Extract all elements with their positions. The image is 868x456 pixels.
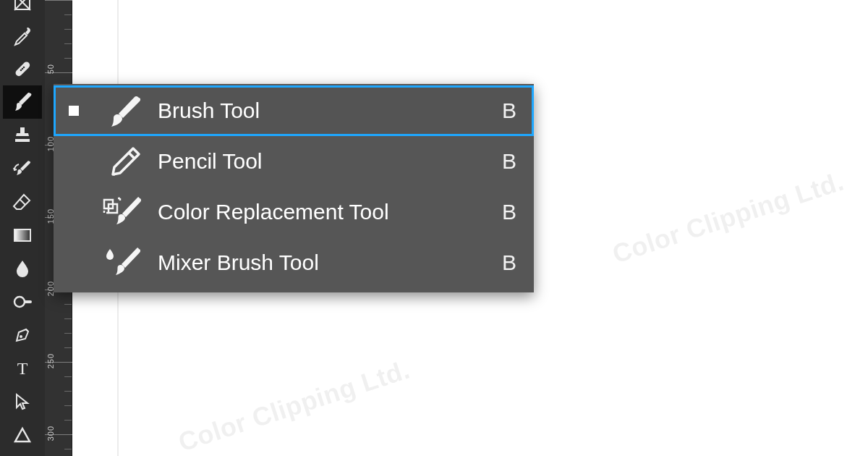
tools-panel: T xyxy=(0,0,45,456)
type-icon: T xyxy=(12,358,33,379)
svg-point-6 xyxy=(22,68,24,70)
color-replacement-icon xyxy=(94,192,155,232)
pencil-icon xyxy=(94,141,155,182)
flyout-item-color-replacement[interactable]: Color Replacement Tool B xyxy=(54,187,534,237)
bandage-icon xyxy=(12,58,33,80)
svg-point-4 xyxy=(20,69,22,72)
stamp-icon xyxy=(12,124,33,146)
gradient-tool[interactable] xyxy=(3,219,42,252)
arrow-cursor-icon xyxy=(13,392,32,411)
brush-tool-flyout: Brush Tool B Pencil Tool B xyxy=(54,84,534,292)
ruler-label: 250 xyxy=(47,353,55,368)
ruler-label: 50 xyxy=(47,64,55,74)
svg-rect-8 xyxy=(14,229,30,241)
flyout-item-label: Mixer Brush Tool xyxy=(155,250,488,275)
history-brush-icon xyxy=(12,158,33,180)
blur-tool[interactable] xyxy=(3,252,42,285)
flyout-item-label: Color Replacement Tool xyxy=(155,200,488,224)
eyedropper-tool[interactable] xyxy=(3,19,42,52)
triangle-icon xyxy=(12,425,33,445)
clone-stamp-tool[interactable] xyxy=(3,119,42,152)
brush-icon xyxy=(94,90,155,131)
pen-tool[interactable] xyxy=(3,318,42,352)
pen-icon xyxy=(12,325,33,345)
svg-point-11 xyxy=(20,335,22,338)
svg-rect-7 xyxy=(15,139,30,142)
flyout-item-brush[interactable]: Brush Tool B xyxy=(54,85,534,136)
mixer-brush-icon xyxy=(94,242,155,283)
artboard-tool[interactable] xyxy=(3,0,42,19)
flyout-item-label: Pencil Tool xyxy=(155,149,488,174)
ruler-label: 300 xyxy=(47,426,55,441)
active-tool-marker xyxy=(54,106,94,116)
flyout-item-pencil[interactable]: Pencil Tool B xyxy=(54,136,534,187)
brush-icon xyxy=(11,90,34,114)
brush-tool[interactable] xyxy=(3,85,42,119)
heal-tool[interactable] xyxy=(3,52,42,85)
artboard-icon xyxy=(12,0,33,13)
dodge-tool[interactable] xyxy=(3,285,42,318)
eyedropper-icon xyxy=(12,25,33,46)
drop-icon xyxy=(12,258,33,279)
eraser-icon xyxy=(12,191,33,213)
svg-point-5 xyxy=(23,67,25,69)
flyout-item-mixer-brush[interactable]: Mixer Brush Tool B xyxy=(54,237,534,288)
history-brush-tool[interactable] xyxy=(3,152,42,185)
gradient-icon xyxy=(12,225,33,245)
svg-text:T: T xyxy=(17,359,28,378)
flyout-item-shortcut: B xyxy=(488,98,516,123)
svg-rect-10 xyxy=(24,300,32,303)
flyout-item-label: Brush Tool xyxy=(155,98,488,123)
svg-point-9 xyxy=(14,297,25,307)
flyout-item-shortcut: B xyxy=(488,149,516,174)
type-tool[interactable]: T xyxy=(3,352,42,385)
dodge-icon xyxy=(12,291,33,313)
shape-tool[interactable] xyxy=(3,418,42,452)
flyout-item-shortcut: B xyxy=(488,200,516,224)
path-selection-tool[interactable] xyxy=(3,385,42,418)
flyout-item-shortcut: B xyxy=(488,250,516,275)
eraser-tool[interactable] xyxy=(3,185,42,219)
app-screenshot: 50100150200250300 xyxy=(0,0,868,456)
